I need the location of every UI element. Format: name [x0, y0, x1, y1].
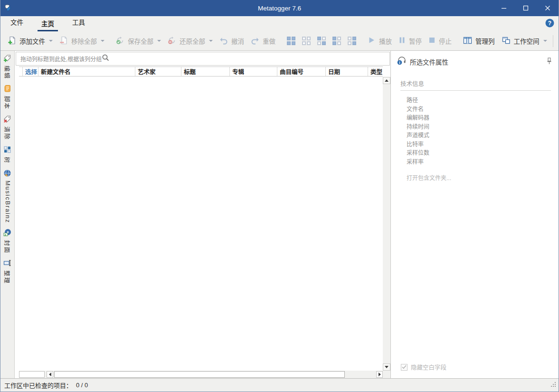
script-icon — [3, 85, 11, 96]
check-selected-grid-icon — [332, 37, 341, 45]
sidebar-item-cover[interactable]: 封面 — [3, 229, 12, 254]
invert-check-button[interactable] — [314, 34, 329, 48]
undo-button[interactable]: 撤消 — [216, 34, 247, 48]
sidebar-item-label: 树 — [3, 157, 12, 164]
help-icon[interactable]: ? — [545, 19, 554, 29]
field-label-channel-mode: 声道模式 — [407, 131, 552, 140]
file-table: 选择 新建文件名 艺术家 标题 专辑 曲目编号 日期 类型 — [16, 67, 390, 378]
file-minus-icon — [59, 36, 68, 46]
content-area: 编辑 脚本 — [0, 51, 559, 378]
save-all-button[interactable]: 保存全部 — [113, 34, 164, 48]
hide-empty-fields-checkbox[interactable]: 隐藏空白字段 — [401, 363, 446, 372]
dropdown-caret-icon — [101, 40, 104, 42]
stop-button[interactable]: 停止 — [425, 34, 455, 48]
headphones-info-icon — [397, 56, 407, 67]
rename-icon — [3, 259, 11, 270]
column-header-type[interactable]: 类型 — [368, 67, 383, 76]
ribbon-collapse-button[interactable] — [550, 35, 559, 47]
play-button[interactable]: 播放 — [364, 34, 395, 48]
properties-panel-header: 所选文件属性 — [397, 56, 552, 67]
titlebar: Metatogger 7.6 — [0, 0, 559, 16]
sidebar-item-label: 清除 — [3, 126, 12, 140]
column-header-new-filename[interactable]: 新建文件名 — [38, 67, 135, 76]
restore-all-button[interactable]: 还原全部 — [164, 34, 216, 48]
vertical-scroll-track[interactable] — [383, 84, 390, 363]
checked-items-label: 工作区中已检查的项目： — [4, 381, 72, 390]
scrollbar-corner — [383, 371, 390, 378]
restore-all-label: 还原全部 — [180, 36, 205, 46]
up-arrow-icon — [385, 79, 388, 82]
column-header-select[interactable]: 选择 — [23, 67, 38, 76]
horizontal-scroll-thumb[interactable] — [54, 371, 345, 378]
open-containing-folder-link[interactable]: 打开包含文件夹... — [407, 173, 552, 182]
scroll-left-button[interactable] — [47, 371, 53, 378]
field-label-codec: 编解码器 — [407, 114, 552, 123]
redo-arrow-icon — [251, 36, 259, 46]
column-header-track-number[interactable]: 曲目编号 — [277, 67, 326, 76]
field-label-bitrate: 比特率 — [407, 140, 552, 149]
column-header-artist[interactable]: 艺术家 — [135, 67, 181, 76]
tag-plus-icon — [3, 54, 11, 66]
workspace-button[interactable]: 工作空间 — [498, 34, 550, 48]
tab-home[interactable]: 主页 — [38, 16, 58, 31]
sidebar-item-organize[interactable]: 整理 — [3, 259, 12, 284]
sidebar-item-label: 脚本 — [3, 96, 12, 110]
vertical-scrollbar[interactable] — [383, 67, 390, 378]
invert-check-grid-icon — [317, 37, 326, 45]
remove-all-button[interactable]: 移除全部 — [56, 34, 108, 48]
sync-minus-icon — [168, 36, 176, 46]
manage-columns-button[interactable]: 管理列 — [460, 34, 498, 48]
dropdown-caret-icon — [209, 40, 213, 42]
window-title: Metatogger 7.6 — [0, 5, 559, 12]
uncheck-selected-button[interactable] — [344, 34, 360, 48]
redo-button[interactable]: 重做 — [247, 34, 279, 48]
sidebar-item-label: 编辑 — [3, 66, 12, 79]
fixed-column-pane — [19, 371, 45, 378]
resize-grip[interactable] — [550, 381, 557, 390]
horizontal-scrollbar[interactable] — [19, 371, 383, 378]
pause-button[interactable]: 暂停 — [395, 34, 425, 48]
properties-panel-title: 所选文件属性 — [410, 57, 448, 67]
right-arrow-icon — [379, 373, 381, 376]
field-label-sample-rate: 采样率 — [407, 158, 552, 167]
main-area: 拖动列标题到此处,根据该列分组 选择 新建文件名 艺术家 标题 — [15, 51, 390, 378]
scroll-up-button[interactable] — [383, 77, 390, 84]
field-label-path: 路径 — [407, 96, 552, 105]
technical-info-fields: 路径 文件名 编解码器 持续时间 声道模式 比特率 采样位数 采样率 — [407, 96, 552, 166]
dropdown-caret-icon — [543, 40, 547, 42]
sidebar-item-label: MusicBrainz — [4, 181, 11, 223]
check-all-button[interactable] — [284, 34, 299, 48]
magnifier-icon[interactable] — [102, 54, 110, 64]
column-header-title[interactable]: 标题 — [181, 67, 230, 76]
group-by-hint: 拖动列标题到此处,根据该列分组 — [20, 55, 102, 63]
table-body-empty[interactable] — [19, 76, 383, 371]
workspace-label: 工作空间 — [514, 36, 540, 46]
tab-tools[interactable]: 工具 — [68, 14, 89, 31]
toolbar-separator — [553, 35, 553, 47]
sidebar-item-scripts[interactable]: 脚本 — [3, 85, 12, 110]
pause-icon — [398, 37, 406, 45]
add-files-button[interactable]: 添加文件 — [4, 34, 56, 48]
sidebar-item-edit[interactable]: 编辑 — [3, 54, 12, 79]
sidebar-item-musicbrainz[interactable]: MusicBrainz — [3, 169, 11, 223]
check-selected-button[interactable] — [329, 34, 344, 48]
stop-icon — [428, 37, 436, 45]
scroll-down-button[interactable] — [383, 363, 390, 371]
app-window: Metatogger 7.6 文件 主页 工具 ? — [0, 0, 559, 392]
scroll-right-button[interactable] — [376, 371, 383, 378]
field-label-filename: 文件名 — [407, 105, 552, 114]
svg-text:?: ? — [548, 20, 551, 27]
column-header-album[interactable]: 专辑 — [230, 67, 277, 76]
sidebar-item-clear[interactable]: 清除 — [3, 115, 12, 140]
pushpin-icon[interactable] — [547, 57, 552, 67]
sidebar-item-tree[interactable]: 树 — [3, 145, 12, 164]
file-plus-icon — [8, 36, 16, 46]
sidebar-item-label: 整理 — [3, 270, 12, 284]
manage-columns-label: 管理列 — [475, 36, 495, 46]
uncheck-all-button[interactable] — [299, 34, 314, 48]
row-indicator-column-header[interactable] — [19, 67, 23, 76]
tag-remove-icon — [3, 115, 11, 126]
group-by-bar[interactable]: 拖动列标题到此处,根据该列分组 — [16, 52, 390, 66]
tab-file[interactable]: 文件 — [7, 14, 27, 31]
column-header-date[interactable]: 日期 — [326, 67, 368, 76]
